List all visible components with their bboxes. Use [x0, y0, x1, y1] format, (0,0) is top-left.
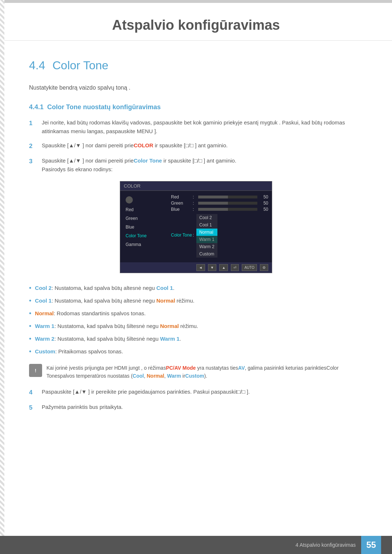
step-1-num: 1	[29, 118, 36, 136]
footer-btn-enter[interactable]: ⏎	[231, 264, 239, 271]
kw-cool-note: Cool	[132, 373, 144, 379]
ui-label-green: Green	[171, 201, 193, 206]
ui-row-blue: Blue : 50	[171, 207, 268, 212]
page-header: Atspalvio konfigūravimas	[0, 3, 392, 41]
footer-num: 55	[361, 536, 381, 554]
svg-text:!: !	[35, 368, 36, 373]
note-icon: !	[29, 364, 42, 377]
ui-value-green: 50	[259, 201, 268, 206]
step-4: 4 Paspauskite [▲/▼ ] ir pereikite prie p…	[29, 387, 363, 397]
dropdown-cool2[interactable]: Cool 2	[196, 214, 217, 221]
subsection-number: 4.4.1	[29, 103, 44, 111]
note-svg: !	[32, 366, 40, 374]
ui-value-red: 50	[259, 194, 268, 200]
step-3-num: 3	[29, 156, 36, 174]
keyword-color: COLOR	[134, 142, 153, 148]
footer-btn-down[interactable]: ▼	[208, 264, 217, 271]
bullet-cool2: Cool 2: Nustatoma, kad spalva būtų altes…	[29, 284, 363, 293]
page-footer: 4 Atspalvio konfigūravimas 55	[0, 536, 392, 554]
kw-av: AV	[238, 365, 245, 371]
step-3: 3 Spauskite [▲/▼ ] nor dami pereiti prie…	[29, 156, 363, 174]
step-1: 1 Jei norite, kad būtų rodomas klavišų v…	[29, 118, 363, 136]
ui-left-item-gamma: Gamma	[124, 240, 169, 249]
step-2-num: 2	[29, 141, 36, 151]
ui-bar-fill-red	[198, 196, 228, 198]
section-heading: 4.4 Color Tone	[29, 59, 363, 72]
ui-right-panel: Red : 50 Green : 50	[171, 194, 268, 259]
dropdown-warm1[interactable]: Warm 1	[196, 236, 217, 243]
bullet-warm1: Warm 1: Nustatoma, kad spalva būtų šilte…	[29, 322, 363, 331]
kw-cool1: Cool 1	[35, 297, 52, 304]
bullet-cool1: Cool 1: Nustatoma, kad spalva būtų altes…	[29, 297, 363, 306]
subsection-title: Color Tone nuostatų konfigūravimas	[47, 103, 161, 111]
ui-bar-green	[198, 202, 257, 205]
page-title: Atspalvio konfigūravimas	[29, 17, 363, 33]
ui-row-green: Green : 50	[171, 201, 268, 206]
ui-left-item-green: Green	[124, 214, 169, 223]
bullet-custom: Custom: Pritaikomas spalvos tonas.	[29, 348, 363, 357]
step-5-num: 5	[29, 403, 36, 413]
main-content: 4.4 Color Tone Nustatykite bendrą vaizdo…	[0, 59, 392, 413]
kw-pcav: PC/AV Mode	[166, 365, 196, 371]
kw-custom: Custom	[35, 348, 55, 354]
ui-row-colortone: Color Tone : Cool 2 Cool 1 Normal Warm 1…	[171, 213, 268, 258]
top-bar	[0, 0, 392, 3]
note-box: ! Kai įorinė įvestis prijungta per HDMI …	[29, 364, 363, 380]
step-1-text: Jei norite, kad būtų rodomas klavišų vad…	[42, 118, 363, 136]
section-number: 4.4	[29, 59, 45, 72]
kw-warm1-ref: Warm 1	[160, 336, 180, 342]
step-4-num: 4	[29, 387, 36, 397]
ui-footer: ◄ ▼ ▲ ⏎ AUTO ⚙	[120, 262, 272, 273]
note-text: Kai įorinė įvestis prijungta per HDMI ju…	[46, 364, 363, 380]
ui-mockup-body: Red Green Blue Color Tone Gamma Red : 50	[120, 191, 272, 262]
bullet-normal-text: Normal: Rodomas standartinis spalvos ton…	[35, 309, 146, 318]
dropdown-warm2[interactable]: Warm 2	[196, 243, 217, 250]
step-2-text: Spauskite [▲/▼ ] nor dami pereiti prieCO…	[42, 141, 363, 151]
step-5: 5 Pažymėta parinktis bus pritaikyta.	[29, 403, 363, 413]
kw-warm2: Warm 2	[35, 336, 54, 342]
dropdown-custom[interactable]: Custom	[196, 250, 217, 258]
footer-btn-left[interactable]: ◄	[196, 264, 205, 271]
bullet-cool2-text: Cool 2: Nustatoma, kad spalva būtų altes…	[35, 284, 174, 292]
bullet-warm2-text: Warm 2: Nustatoma, kad spalva būtų šilte…	[35, 335, 181, 343]
section-title: Color Tone	[52, 59, 108, 72]
ui-left-item-red: Red	[124, 205, 169, 214]
kw-warm1: Warm 1	[35, 323, 54, 329]
footer-text: 4 Atspalvio konfigūravimas	[295, 542, 356, 548]
footer-btn-auto[interactable]: AUTO	[242, 264, 257, 271]
ui-mockup: COLOR Red Green Blue Color Tone Gamma Re…	[120, 181, 272, 273]
ui-bar-fill-blue	[198, 208, 228, 211]
ui-label-blue: Blue	[171, 207, 193, 212]
ui-label-red: Red	[171, 194, 193, 200]
ui-left-item-icon	[124, 194, 169, 205]
ui-left-item-blue: Blue	[124, 223, 169, 231]
bullet-warm1-text: Warm 1: Nustatoma, kad spalva būtų šilte…	[35, 322, 198, 331]
ui-bar-red	[198, 196, 257, 198]
ui-dropdown: Cool 2 Cool 1 Normal Warm 1 Warm 2 Custo…	[196, 214, 217, 258]
dropdown-normal[interactable]: Normal	[196, 229, 217, 236]
kw-custom-note: Custom	[185, 373, 204, 379]
ui-label-colortone: Color Tone	[171, 233, 193, 238]
ui-mockup-header: COLOR	[120, 181, 272, 191]
step-5-text: Pažymėta parinktis bus pritaikyta.	[42, 403, 363, 413]
left-accent	[0, 0, 4, 554]
steps-list: 1 Jei norite, kad būtų rodomas klavišų v…	[29, 118, 363, 174]
step-2: 2 Spauskite [▲/▼ ] nor dami pereiti prie…	[29, 141, 363, 151]
ui-left-item-colortone: Color Tone	[124, 231, 169, 240]
bullet-custom-text: Custom: Pritaikomas spalvos tonas.	[35, 348, 123, 356]
kw-cool1-ref: Cool 1	[156, 285, 173, 291]
footer-btn-settings[interactable]: ⚙	[260, 264, 268, 271]
dropdown-cool1[interactable]: Cool 1	[196, 221, 217, 229]
section-body: Nustatykite bendrą vaizdo spalvų toną .	[29, 83, 363, 93]
ui-bar-blue	[198, 208, 257, 211]
kw-warm-note: Warm	[167, 373, 181, 379]
ui-mockup-wrapper: COLOR Red Green Blue Color Tone Gamma Re…	[29, 181, 363, 273]
step-4-text: Paspauskite [▲/▼ ] ir pereikite prie pag…	[42, 387, 363, 397]
kw-normal-ref1: Normal	[156, 297, 175, 304]
ui-value-blue: 50	[259, 207, 268, 212]
footer-btn-up[interactable]: ▲	[219, 264, 228, 271]
steps-4-5-list: 4 Paspauskite [▲/▼ ] ir pereikite prie p…	[29, 387, 363, 413]
camera-icon	[126, 196, 133, 204]
kw-normal-ref2: Normal	[160, 323, 179, 329]
bullet-list: Cool 2: Nustatoma, kad spalva būtų altes…	[29, 284, 363, 357]
